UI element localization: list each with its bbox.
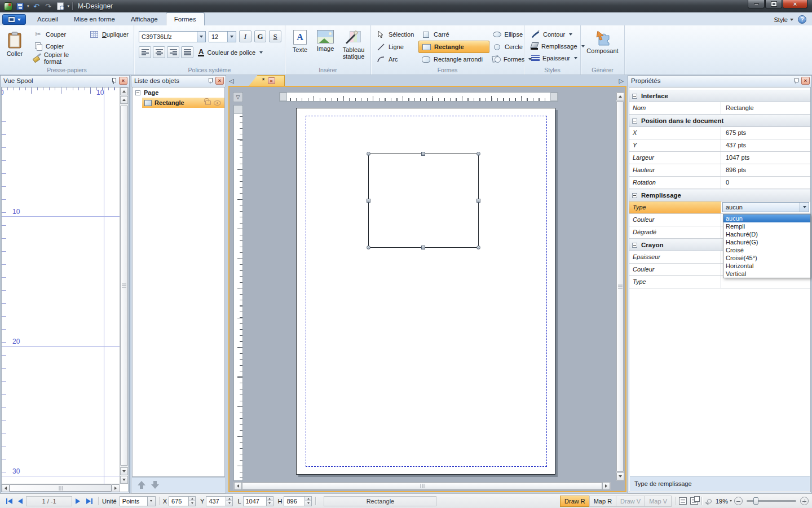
preview-icon[interactable] bbox=[56, 2, 65, 11]
multi-page-view-icon[interactable] bbox=[690, 497, 698, 505]
line-tool-button[interactable]: Ligne bbox=[373, 41, 418, 53]
chevron-down-icon[interactable] bbox=[147, 497, 155, 506]
move-up-button[interactable] bbox=[138, 481, 145, 489]
property-row-fill-type[interactable]: Type aucun bbox=[629, 202, 810, 214]
mode-draw-v-button[interactable]: Draw V bbox=[616, 496, 645, 507]
zoom-in-icon[interactable] bbox=[800, 497, 809, 505]
zoom-level-combo[interactable]: 19% bbox=[713, 498, 734, 505]
scroll-right-button[interactable] bbox=[602, 482, 610, 490]
tab-affichage[interactable]: Affichage bbox=[123, 13, 166, 25]
pin-icon[interactable] bbox=[793, 77, 799, 84]
canvas-horizontal-scrollbar[interactable] bbox=[233, 482, 611, 490]
ellipse-tool-button[interactable]: Ellipse bbox=[489, 28, 526, 41]
spin-up-icon[interactable] bbox=[189, 497, 195, 502]
redo-icon[interactable]: ↷ bbox=[44, 2, 53, 11]
property-row-hauteur[interactable]: Hauteur 896 pts bbox=[629, 164, 810, 177]
tab-mise-en-forme[interactable]: Mise en forme bbox=[66, 13, 123, 25]
width-spinner[interactable]: 1047 bbox=[243, 496, 273, 506]
align-left-button[interactable] bbox=[139, 46, 151, 58]
mode-map-r-button[interactable]: Map R bbox=[589, 496, 616, 507]
rounded-rectangle-tool-button[interactable]: Rectangle arrondi bbox=[418, 53, 489, 65]
previous-page-button[interactable] bbox=[15, 496, 26, 506]
insert-image-button[interactable]: Image bbox=[312, 27, 338, 65]
property-row-rotation[interactable]: Rotation 0 bbox=[629, 177, 810, 189]
close-icon[interactable]: × bbox=[801, 77, 810, 85]
scroll-down-button[interactable] bbox=[616, 472, 624, 480]
tree-item-rectangle[interactable]: Rectangle bbox=[142, 98, 224, 108]
collapse-icon[interactable] bbox=[135, 90, 140, 95]
pin-icon[interactable] bbox=[208, 77, 213, 84]
spool-vertical-scrollbar[interactable] bbox=[120, 87, 128, 484]
zoom-slider-thumb[interactable] bbox=[753, 497, 758, 505]
style-menu-button[interactable]: Style bbox=[774, 16, 793, 23]
outline-style-button[interactable]: Contour bbox=[528, 28, 580, 40]
align-center-button[interactable] bbox=[153, 46, 165, 58]
insert-text-button[interactable]: A Texte bbox=[288, 27, 312, 65]
x-spinner[interactable]: 675 bbox=[169, 496, 196, 506]
zoom-slider[interactable] bbox=[747, 500, 796, 502]
tab-scroll-left-icon[interactable]: ◁ bbox=[227, 76, 235, 86]
section-position[interactable]: Position dans le document bbox=[629, 115, 810, 127]
dropdown-option[interactable]: Hachuré(G) bbox=[723, 238, 810, 246]
dropdown-option[interactable]: Vertical bbox=[723, 270, 810, 278]
section-interface[interactable]: Interface bbox=[629, 90, 810, 102]
scrollbar-thumb[interactable] bbox=[120, 106, 128, 466]
single-page-view-icon[interactable] bbox=[679, 497, 687, 505]
thickness-style-button[interactable]: Epaisseur bbox=[528, 52, 580, 64]
font-name-combo[interactable]: C39T36Lfz bbox=[139, 31, 206, 42]
pin-icon[interactable] bbox=[111, 77, 117, 84]
spin-down-icon[interactable] bbox=[267, 501, 273, 506]
scroll-left-button[interactable] bbox=[2, 484, 10, 492]
spin-down-icon[interactable] bbox=[305, 501, 311, 506]
resize-handle-ne[interactable] bbox=[476, 152, 480, 156]
undo-icon[interactable]: ↶ bbox=[32, 2, 41, 11]
font-size-combo[interactable]: 12 bbox=[209, 31, 236, 42]
chevron-down-icon[interactable] bbox=[800, 203, 809, 212]
close-icon[interactable]: × bbox=[215, 77, 224, 85]
tab-formes[interactable]: Formes bbox=[166, 12, 205, 25]
spool-horizontal-scrollbar[interactable] bbox=[2, 484, 120, 492]
copy-format-button[interactable]: Copier le format bbox=[30, 52, 82, 64]
spin-down-icon[interactable] bbox=[226, 501, 232, 506]
resize-handle-e[interactable] bbox=[476, 199, 480, 203]
visibility-eye-icon[interactable] bbox=[214, 100, 221, 106]
cut-button[interactable]: ✂ Couper bbox=[30, 28, 82, 40]
collapse-icon[interactable] bbox=[632, 119, 637, 124]
scroll-down-button[interactable] bbox=[120, 467, 128, 475]
collapse-icon[interactable] bbox=[632, 193, 637, 198]
save-icon[interactable] bbox=[15, 2, 24, 11]
align-right-button[interactable] bbox=[167, 46, 179, 58]
align-justify-button[interactable] bbox=[181, 46, 193, 58]
arc-tool-button[interactable]: Arc bbox=[373, 53, 418, 65]
spin-up-icon[interactable] bbox=[305, 497, 311, 502]
resize-handle-s[interactable] bbox=[421, 246, 425, 249]
app-icon[interactable] bbox=[3, 2, 12, 11]
tree-item-page[interactable]: Page bbox=[133, 87, 224, 98]
fill-style-button[interactable]: Remplissage bbox=[528, 40, 580, 52]
scroll-top-button[interactable] bbox=[120, 87, 128, 95]
resize-handle-nw[interactable] bbox=[367, 152, 370, 156]
duplicate-button[interactable]: Dupliquer bbox=[87, 28, 131, 40]
zoom-out-icon[interactable] bbox=[734, 497, 743, 505]
scrollbar-thumb[interactable] bbox=[10, 484, 112, 492]
tab-accueil[interactable]: Accueil bbox=[29, 13, 66, 25]
resize-handle-w[interactable] bbox=[367, 199, 370, 203]
scroll-left-button[interactable] bbox=[234, 482, 242, 490]
scrollbar-thumb[interactable] bbox=[242, 483, 602, 489]
unit-combo[interactable]: Points bbox=[120, 496, 156, 506]
dropdown-option[interactable]: Croisé(45°) bbox=[723, 254, 810, 262]
italic-button[interactable]: I bbox=[239, 30, 251, 42]
resize-handle-se[interactable] bbox=[476, 246, 480, 249]
spin-up-icon[interactable] bbox=[226, 497, 232, 502]
underline-button[interactable]: S bbox=[269, 30, 281, 42]
dropdown-option[interactable]: Croisé bbox=[723, 246, 810, 254]
rectangle-tool-button[interactable]: Rectangle bbox=[418, 41, 489, 53]
paste-button[interactable]: Coller bbox=[3, 28, 26, 67]
page[interactable] bbox=[296, 108, 555, 475]
dropdown-option[interactable]: Hachuré(D) bbox=[723, 230, 810, 238]
magnifier-icon[interactable] bbox=[707, 499, 712, 503]
height-spinner[interactable]: 896 bbox=[284, 496, 312, 506]
component-button[interactable]: Composant bbox=[583, 27, 623, 65]
y-spinner[interactable]: 437 bbox=[206, 496, 233, 506]
scroll-up-button[interactable] bbox=[120, 96, 128, 104]
